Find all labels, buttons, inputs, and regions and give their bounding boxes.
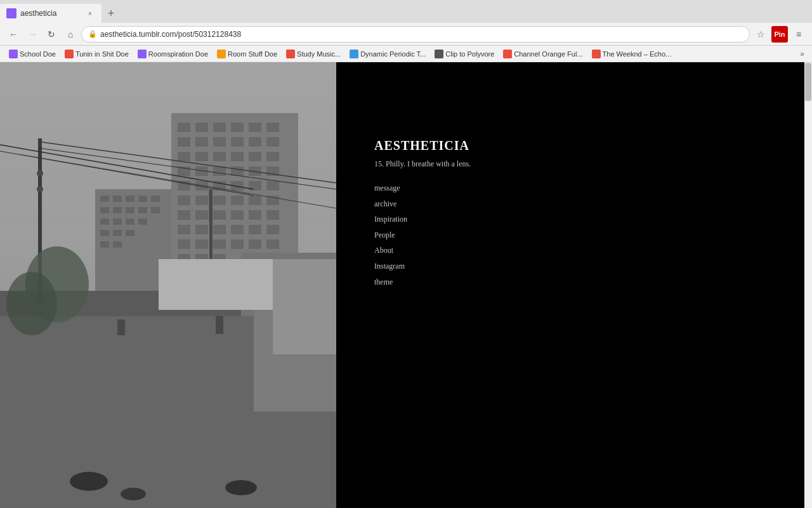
nav-bar: ← → ↻ ⌂ 🔒 aestheticia.tumblr.com/post/50… (0, 23, 812, 46)
nav-link-instagram[interactable]: Instagram (374, 260, 812, 274)
svg-rect-118 (0, 62, 336, 508)
bookmark-label: Channel Orange Ful... (514, 50, 582, 58)
nav-link-inspiration[interactable]: Inspiration (374, 213, 812, 227)
forward-button[interactable]: → (24, 26, 41, 43)
address-bar[interactable]: 🔒 aestheticia.tumblr.com/post/5031212843… (81, 26, 750, 43)
bookmark-label: School Doe (20, 50, 56, 58)
active-tab[interactable]: aestheticia × (0, 4, 102, 23)
address-lock-icon: 🔒 (88, 30, 97, 38)
tab-bar: aestheticia × + (0, 0, 812, 23)
bookmark-star-button[interactable]: ☆ (752, 26, 769, 43)
tab-close-button[interactable]: × (85, 8, 95, 18)
new-tab-button[interactable]: + (102, 4, 121, 23)
tab-title: aestheticia (20, 9, 82, 18)
address-text: aestheticia.tumblr.com/post/50312128438 (100, 30, 743, 39)
blog-tagline: 15. Philly. I breathe with a lens. (374, 159, 812, 169)
bookmark-favicon (592, 50, 601, 58)
bookmark-periodic[interactable]: Dynamic Periodic T... (346, 48, 429, 60)
bookmark-favicon (435, 50, 443, 58)
bookmark-channelorange[interactable]: Channel Orange Ful... (499, 48, 586, 60)
nav-link-about[interactable]: About (374, 244, 812, 258)
bookmark-label: Roomspiration Doe (148, 50, 208, 58)
bookmark-roomspiration[interactable]: Roomspiration Doe (134, 48, 212, 60)
bookmark-school[interactable]: School Doe (5, 48, 60, 60)
bookmark-favicon (65, 50, 74, 58)
bookmark-roomstuff[interactable]: Room Stuff Doe (213, 48, 281, 60)
bookmark-label: Tunin in Shit Doe (75, 50, 129, 58)
bookmark-label: Study Music... (297, 50, 341, 58)
browser-window: aestheticia × + ← → ↻ ⌂ 🔒 aestheticia.tu… (0, 0, 812, 508)
bookmark-label: Room Stuff Doe (228, 50, 277, 58)
bookmark-label: Clip to Polyvore (445, 50, 494, 58)
scrollbar[interactable] (804, 62, 812, 508)
bookmark-favicon (286, 50, 295, 58)
bookmark-favicon (350, 50, 358, 58)
nav-links: message archive Inspiration People About… (374, 182, 812, 289)
bookmark-weeknd[interactable]: The Weeknd – Echo... (588, 48, 676, 60)
pin-button[interactable]: Pin (771, 26, 788, 43)
bookmark-favicon (217, 50, 226, 58)
bookmarks-bar: School Doe Tunin in Shit Doe Roomspirati… (0, 46, 812, 62)
home-button[interactable]: ⌂ (62, 26, 79, 43)
blog-title: AESTHETICIA (374, 138, 812, 153)
nav-link-message[interactable]: message (374, 182, 812, 196)
bookmark-favicon (9, 50, 18, 58)
bookmark-label: Dynamic Periodic T... (360, 50, 426, 58)
back-button[interactable]: ← (5, 26, 22, 43)
nav-link-theme[interactable]: theme (374, 276, 812, 290)
bookmark-favicon (138, 50, 147, 58)
reload-button[interactable]: ↻ (43, 26, 60, 43)
bookmark-polyvore[interactable]: Clip to Polyvore (431, 48, 498, 60)
scrollbar-thumb[interactable] (805, 63, 811, 101)
photo-panel (0, 62, 336, 508)
bookmark-favicon (503, 50, 512, 58)
nav-link-archive[interactable]: archive (374, 197, 812, 211)
chrome-menu-button[interactable]: ≡ (790, 26, 807, 43)
bookmark-studymusic[interactable]: Study Music... (282, 48, 344, 60)
bookmark-label: The Weeknd – Echo... (603, 50, 672, 58)
railway-image (0, 62, 336, 508)
bookmark-tunin[interactable]: Tunin in Shit Doe (61, 48, 133, 60)
tab-favicon (6, 8, 16, 18)
bookmarks-overflow-button[interactable]: » (797, 48, 807, 60)
nav-link-people[interactable]: People (374, 229, 812, 243)
sidebar-panel: AESTHETICIA 15. Philly. I breathe with a… (336, 62, 812, 508)
page-content: AESTHETICIA 15. Philly. I breathe with a… (0, 62, 812, 508)
